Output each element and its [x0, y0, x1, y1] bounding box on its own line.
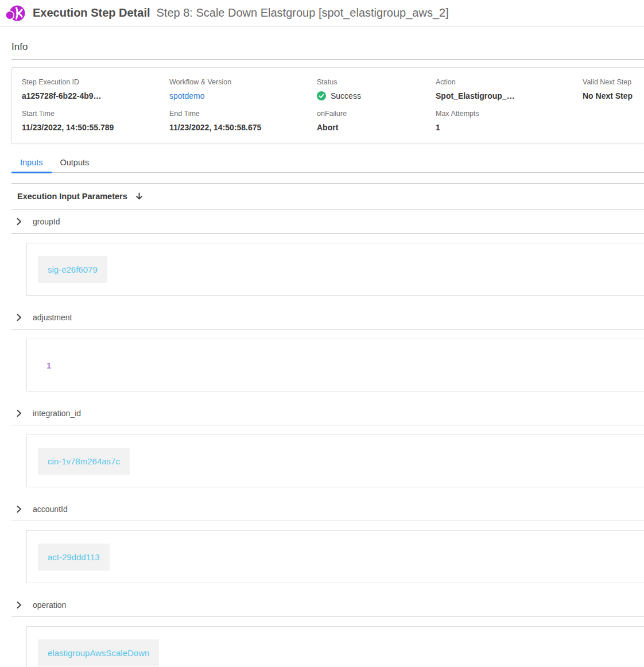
param-value-card: act-29ddd113: [26, 530, 644, 583]
info-field: Workflow & Version spotdemo: [169, 78, 317, 110]
execution-input-parameters-section: Execution Input Parameters groupId sig-e…: [11, 183, 644, 667]
info-field-label: Step Execution ID: [22, 78, 169, 86]
info-field-value-text: 1: [436, 123, 440, 132]
info-field-value-text: Success: [331, 91, 361, 100]
param-value: elastigroupAwsScaleDown: [38, 639, 159, 666]
param-name: adjustment: [33, 313, 72, 322]
param-row[interactable]: operation: [11, 593, 644, 617]
spot-logo-icon: [6, 5, 25, 22]
info-field-value-text: No Next Step: [583, 91, 633, 100]
param-name: integration_id: [33, 409, 81, 418]
param-block: accountId act-29ddd113: [11, 497, 644, 583]
param-row[interactable]: adjustment: [11, 305, 644, 329]
info-field-value: Success: [317, 91, 436, 100]
info-field: Status Success: [317, 78, 436, 110]
param-value: 1: [46, 360, 51, 370]
info-field-label: Action: [436, 78, 583, 86]
info-field-label: onFailure: [317, 110, 436, 118]
info-field-label: Max Attempts: [436, 110, 583, 118]
info-field-label: Status: [317, 78, 436, 86]
info-card: Step Execution ID a125728f-6b22-4b9… Wor…: [11, 67, 644, 144]
chevron-right-icon[interactable]: [15, 505, 23, 513]
info-divider: [11, 59, 644, 60]
param-value-card: 1: [26, 339, 644, 391]
info-field: Valid Next Step No Next Step: [583, 78, 644, 110]
chevron-right-icon[interactable]: [15, 313, 23, 321]
info-field-label: End Time: [169, 110, 317, 118]
info-field-value: 11/23/2022, 14:50:58.675: [169, 123, 317, 132]
param-value-card: sig-e26f6079: [26, 243, 644, 296]
param-value: act-29ddd113: [38, 544, 110, 571]
info-field: Max Attempts 1: [436, 110, 583, 141]
param-block: integration_id cin-1v78m264as7c: [11, 401, 644, 487]
info-field: onFailure Abort: [317, 110, 436, 141]
param-block: operation elastigroupAwsScaleDown: [11, 593, 644, 667]
info-field-value-text: 11/23/2022, 14:50:58.675: [169, 123, 261, 132]
tab-bar: Inputs Outputs: [11, 154, 644, 173]
info-field: Action Spot_Elastigroup_…: [436, 78, 583, 110]
chevron-right-icon[interactable]: [15, 601, 23, 609]
info-field-value-text: Spot_Elastigroup_…: [436, 91, 515, 100]
page-subtitle: Step 8: Scale Down Elastgroup [spot_elas…: [157, 6, 449, 20]
info-field-label: Valid Next Step: [583, 78, 644, 86]
info-section-title: Info: [11, 41, 644, 53]
tab-inputs[interactable]: Inputs: [11, 154, 52, 172]
params-header[interactable]: Execution Input Parameters: [11, 184, 644, 210]
param-name: groupId: [33, 217, 60, 226]
info-field-value: 1: [436, 123, 583, 132]
page-title: Execution Step Detail: [33, 6, 150, 20]
param-value-card: elastigroupAwsScaleDown: [26, 626, 644, 667]
tab-outputs[interactable]: Outputs: [52, 154, 98, 172]
params-header-title: Execution Input Parameters: [17, 192, 127, 201]
arrow-down-icon[interactable]: [135, 192, 143, 201]
param-list: groupId sig-e26f6079 adjustment 1 in: [11, 210, 644, 667]
param-value-card: cin-1v78m264as7c: [26, 435, 644, 487]
info-field-value-text: 11/23/2022, 14:50:55.789: [22, 123, 114, 132]
info-field-value-text: spotdemo: [169, 91, 204, 100]
chevron-right-icon[interactable]: [15, 218, 23, 226]
param-value: sig-e26f6079: [38, 256, 107, 283]
param-block: groupId sig-e26f6079: [11, 210, 644, 296]
param-block: adjustment 1: [11, 305, 644, 391]
info-field-label: Workflow & Version: [169, 78, 317, 86]
info-field-label: Start Time: [22, 110, 169, 118]
info-field-value-text: Abort: [317, 123, 338, 132]
info-field-value[interactable]: spotdemo: [169, 91, 317, 100]
app-header: Execution Step Detail Step 8: Scale Down…: [0, 0, 644, 26]
success-check-icon: [317, 91, 326, 100]
info-field: Start Time 11/23/2022, 14:50:55.789: [22, 110, 169, 141]
info-field-value: a125728f-6b22-4b9…: [22, 91, 169, 100]
info-field-value: 11/23/2022, 14:50:55.789: [22, 123, 169, 132]
param-row[interactable]: integration_id: [11, 401, 644, 425]
param-row[interactable]: groupId: [11, 210, 644, 234]
info-field: End Time 11/23/2022, 14:50:58.675: [169, 110, 317, 141]
param-name: operation: [33, 600, 66, 610]
chevron-right-icon[interactable]: [15, 409, 23, 417]
param-value: cin-1v78m264as7c: [38, 448, 130, 475]
info-field-value: Abort: [317, 123, 436, 132]
info-field-value-text: a125728f-6b22-4b9…: [22, 91, 102, 100]
info-field-value: Spot_Elastigroup_…: [436, 91, 583, 100]
info-field-value: No Next Step: [583, 91, 644, 100]
param-name: accountId: [33, 505, 68, 514]
info-field: Step Execution ID a125728f-6b22-4b9…: [22, 78, 169, 110]
param-row[interactable]: accountId: [11, 497, 644, 521]
